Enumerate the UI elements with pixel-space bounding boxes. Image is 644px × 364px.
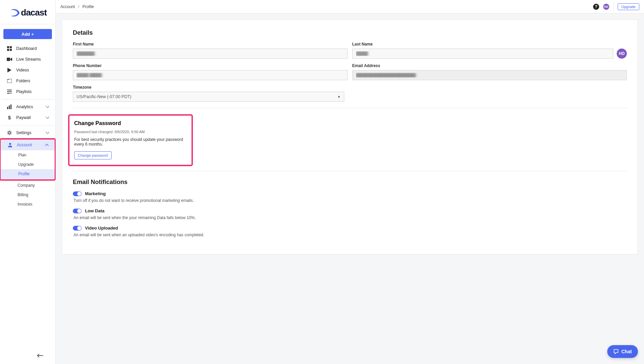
divider (1, 125, 54, 125)
collapse-sidebar-button[interactable] (0, 353, 49, 358)
sidebar-item-analytics[interactable]: Analytics (0, 101, 55, 112)
sidebar-item-live-streams[interactable]: Live Streams (0, 54, 55, 65)
logo-text: dacast (21, 7, 47, 18)
timezone-label: Timezone (73, 85, 344, 90)
notif-title: Marketing (85, 191, 106, 196)
notif-video-uploaded: Video Uploaded An email will be sent whe… (73, 225, 627, 237)
dashboard-icon (7, 46, 12, 51)
analytics-icon (7, 104, 12, 110)
breadcrumb: Account / Profile (60, 4, 94, 9)
person-icon (7, 142, 13, 148)
breadcrumb-separator: / (78, 4, 79, 9)
notif-desc: Turn off if you do not want to receive p… (74, 198, 627, 203)
chevron-down-icon (46, 117, 49, 119)
help-icon[interactable]: ? (593, 4, 599, 10)
avatar-small[interactable]: HD (603, 4, 609, 10)
notifications-title: Email Notifications (73, 179, 627, 186)
account-highlight: Account Plan Upgrade Profile (0, 138, 56, 181)
playlist-icon (7, 89, 12, 94)
chevron-down-icon (46, 106, 49, 108)
sidebar-item-folders[interactable]: Folders (0, 75, 55, 86)
add-button[interactable]: Add + (3, 29, 52, 39)
phone-label: Phone Number (73, 63, 348, 68)
avatar-large[interactable]: HD (617, 49, 627, 59)
crumb-profile: Profile (82, 4, 94, 9)
svg-rect-2 (7, 49, 9, 51)
chat-icon (613, 349, 619, 354)
change-password-section: Change Password Password last changed: 8… (68, 114, 193, 166)
dollar-icon: $ (7, 115, 12, 120)
toggle-marketing[interactable] (73, 191, 82, 196)
camera-icon (7, 57, 12, 62)
nav-label: Analytics (16, 104, 33, 109)
notif-title: Video Uploaded (85, 225, 118, 231)
last-name-input[interactable] (352, 49, 614, 59)
nav-label: Paywall (16, 115, 31, 120)
first-name-input[interactable] (73, 49, 348, 59)
main: Account / Profile ? HD Upgrade Details F… (56, 0, 644, 364)
notif-low-data: Low Data An email will be sent when the … (73, 208, 627, 220)
nav: Dashboard Live Streams Videos Folders Pl… (0, 43, 55, 353)
play-icon (7, 67, 12, 73)
profile-card: Details First Name Last Name HD (62, 20, 638, 254)
gear-icon (7, 130, 12, 135)
details-title: Details (73, 29, 627, 36)
subnav-profile[interactable]: Profile (1, 169, 55, 179)
sidebar-item-settings[interactable]: Settings (0, 127, 55, 138)
svg-point-12 (8, 132, 10, 134)
chat-label: Chat (621, 349, 632, 354)
subnav-billing[interactable]: Billing (18, 190, 55, 200)
svg-rect-3 (10, 49, 12, 51)
upgrade-button[interactable]: Upgrade (618, 3, 639, 10)
change-password-button[interactable]: Change password (74, 151, 112, 159)
password-hint: For best security practices you should u… (74, 137, 187, 147)
notif-marketing: Marketing Turn off if you do not want to… (73, 191, 627, 203)
divider (73, 171, 627, 171)
notif-desc: An email will be sent when the your rema… (74, 215, 627, 220)
divider (1, 24, 54, 24)
subnav-plan[interactable]: Plan (18, 150, 55, 160)
svg-rect-0 (7, 46, 9, 48)
nav-label: Videos (16, 68, 29, 72)
sidebar-item-dashboard[interactable]: Dashboard (0, 43, 55, 54)
phone-input[interactable] (73, 70, 348, 80)
timezone-select[interactable]: US/Pacific-New (-07:00 PDT) ▼ (73, 92, 344, 102)
folder-icon (7, 78, 12, 84)
password-meta: Password last changed: 8/6/2020, 9:50 AM (74, 130, 187, 134)
chevron-up-icon (45, 144, 49, 146)
svg-point-13 (9, 143, 11, 145)
svg-text:$: $ (8, 115, 11, 120)
topbar: Account / Profile ? HD Upgrade (56, 0, 644, 13)
timezone-value: US/Pacific-New (-07:00 PDT) (77, 94, 131, 99)
nav-label: Settings (16, 130, 31, 135)
email-label: Email Address (352, 63, 627, 68)
subnav-invoices[interactable]: Invoices (18, 200, 55, 209)
password-title: Change Password (74, 120, 187, 126)
chat-button[interactable]: Chat (607, 345, 638, 358)
svg-rect-8 (7, 107, 8, 109)
caret-down-icon: ▼ (337, 95, 341, 99)
subnav-company[interactable]: Company (18, 181, 55, 190)
svg-rect-9 (9, 105, 10, 109)
sidebar-item-account[interactable]: Account (1, 140, 55, 150)
account-subnav: Plan Upgrade Profile (1, 150, 55, 179)
logo[interactable]: dacast (0, 0, 55, 24)
crumb-account[interactable]: Account (60, 4, 75, 9)
nav-label: Folders (16, 79, 30, 83)
nav-label: Live Streams (16, 57, 41, 62)
logo-icon (10, 8, 20, 17)
toggle-video-uploaded[interactable] (73, 226, 82, 231)
svg-rect-1 (10, 46, 12, 48)
sidebar: dacast Add + Dashboard Live Streams Vide… (0, 0, 56, 364)
nav-label: Account (17, 143, 32, 147)
toggle-low-data[interactable] (73, 209, 82, 213)
account-subnav-rest: Company Billing Invoices (0, 181, 55, 209)
divider (613, 3, 614, 10)
sidebar-item-playlists[interactable]: Playlists (0, 86, 55, 97)
sidebar-item-paywall[interactable]: $ Paywall (0, 112, 55, 123)
sidebar-item-videos[interactable]: Videos (0, 65, 55, 75)
chevron-down-icon (46, 132, 49, 134)
svg-rect-4 (7, 58, 10, 61)
divider (1, 99, 54, 99)
subnav-upgrade[interactable]: Upgrade (18, 160, 55, 169)
